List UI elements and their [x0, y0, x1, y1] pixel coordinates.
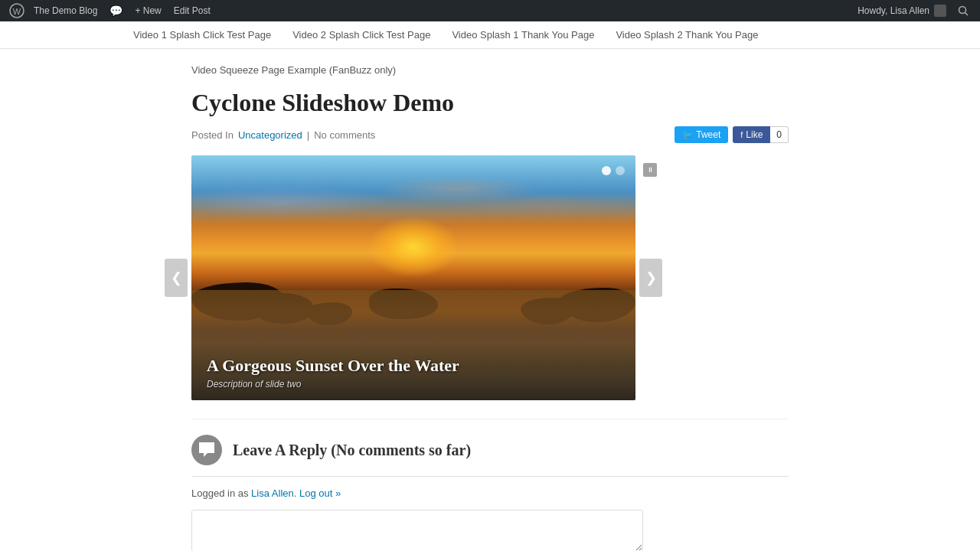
nav-item-4: Video Splash 2 Thank You Page	[605, 21, 769, 48]
extra-nav-link: Video Squeeze Page Example (FanBuzz only…	[191, 64, 789, 89]
slide-title: A Gorgeous Sunset Over the Water	[207, 356, 620, 376]
slide-dot-1[interactable]	[602, 166, 611, 175]
page-wrapper: Video 1 Splash Click Test Page Video 2 S…	[0, 21, 980, 551]
comment-icon: 💬	[109, 5, 122, 17]
nav-link-1[interactable]: Video 1 Splash Click Test Page	[122, 21, 282, 48]
comments-meta: No comments	[314, 129, 375, 141]
slideshow-container: A Gorgeous Sunset Over the Water Descrip…	[191, 155, 635, 400]
nav-link-4[interactable]: Video Splash 2 Thank You Page	[605, 21, 769, 48]
nav-item-2: Video 2 Splash Click Test Page	[282, 21, 441, 48]
category-link[interactable]: Uncategorized	[238, 129, 302, 141]
site-nav: Video 1 Splash Click Test Page Video 2 S…	[0, 21, 980, 49]
nav-item-1: Video 1 Splash Click Test Page	[122, 21, 282, 48]
like-group: f Like 0	[733, 126, 789, 143]
facebook-icon: f	[740, 130, 743, 139]
slide-next-arrow[interactable]: ❯	[639, 259, 662, 297]
wp-logo-icon[interactable]: W	[6, 0, 28, 21]
svg-text:W: W	[13, 7, 21, 16]
slide-caption: A Gorgeous Sunset Over the Water Descrip…	[191, 344, 635, 400]
logged-in-user-link[interactable]: Lisa Allen	[251, 487, 294, 499]
slideshow-image: A Gorgeous Sunset Over the Water Descrip…	[191, 155, 635, 400]
logout-link[interactable]: Log out »	[299, 487, 341, 499]
adminbar-search-icon[interactable]	[952, 0, 974, 21]
comments-title: Leave A Reply (No comments so far)	[233, 442, 471, 459]
post-meta: Posted In Uncategorized | No comments 🐦 …	[191, 126, 789, 143]
adminbar-howdy: Howdy, Lisa Allen	[851, 0, 952, 21]
post-title: Cyclone Slideshow Demo	[191, 89, 789, 117]
tweet-button[interactable]: 🐦 Tweet	[675, 126, 728, 143]
svg-line-3	[965, 13, 969, 16]
nav-link-2[interactable]: Video 2 Splash Click Test Page	[282, 21, 441, 48]
howdy-label: Howdy, Lisa Allen	[858, 5, 929, 16]
adminbar-new[interactable]: + New	[129, 0, 167, 21]
adminbar-edit-post[interactable]: Edit Post	[168, 0, 217, 21]
slide-prev-arrow[interactable]: ❮	[165, 259, 188, 297]
extra-nav-anchor[interactable]: Video Squeeze Page Example (FanBuzz only…	[191, 64, 396, 76]
pause-icon: ⏸	[647, 166, 654, 174]
like-count: 0	[770, 126, 789, 143]
user-avatar	[934, 5, 946, 17]
content-area: Video Squeeze Page Example (FanBuzz only…	[191, 49, 789, 551]
nav-list: Video 1 Splash Click Test Page Video 2 S…	[122, 21, 858, 48]
nav-link-3[interactable]: Video Splash 1 Thank You Page	[441, 21, 605, 48]
post-meta-right: 🐦 Tweet f Like 0	[675, 126, 789, 143]
nav-item-3: Video Splash 1 Thank You Page	[441, 21, 605, 48]
tweet-label: Tweet	[696, 129, 720, 140]
logged-in-as: Logged in as Lisa Allen. Log out »	[191, 487, 789, 499]
posted-in-label: Posted In	[191, 129, 234, 141]
meta-separator: |	[307, 129, 309, 141]
adminbar-site-name[interactable]: The Demo Blog	[28, 0, 103, 21]
slide-pause-button[interactable]: ⏸	[643, 163, 657, 177]
adminbar-comments[interactable]: 💬	[103, 0, 129, 21]
svg-point-2	[959, 7, 966, 14]
slide-dot-2[interactable]	[616, 166, 625, 175]
comments-header: Leave A Reply (No comments so far)	[191, 435, 789, 465]
post-meta-left: Posted In Uncategorized | No comments	[191, 129, 375, 141]
comment-textarea[interactable]	[191, 510, 643, 551]
like-label: Like	[746, 129, 763, 140]
slide-description: Description of slide two	[207, 379, 620, 390]
comment-bubble-icon	[191, 435, 222, 465]
comments-divider	[191, 476, 789, 477]
twitter-icon: 🐦	[682, 130, 693, 140]
admin-bar: W The Demo Blog 💬 + New Edit Post Howdy,…	[0, 0, 980, 21]
logged-in-text: Logged in as	[191, 487, 248, 499]
slide-dots	[602, 166, 625, 175]
like-button[interactable]: f Like	[733, 126, 770, 143]
comments-section: Leave A Reply (No comments so far) Logge…	[191, 419, 789, 551]
